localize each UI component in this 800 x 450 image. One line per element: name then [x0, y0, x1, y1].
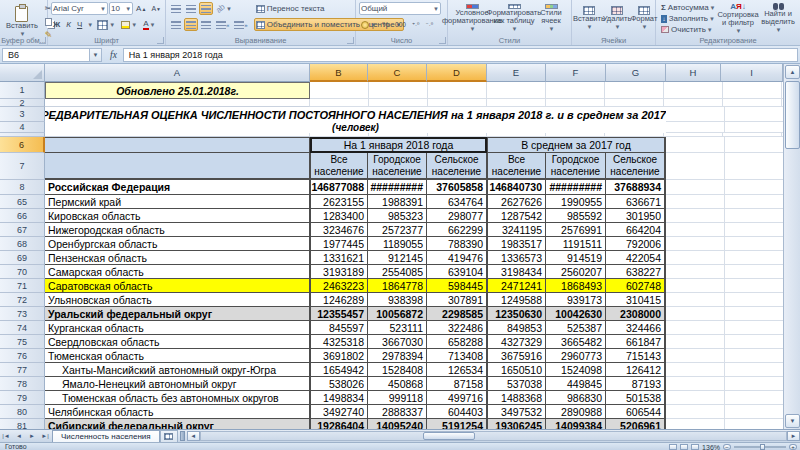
region-name-cell[interactable]: Уральский федеральный округ [45, 307, 310, 321]
insert-function-button[interactable]: fx [110, 50, 117, 60]
row-header[interactable]: 76 [0, 349, 45, 363]
value-cell[interactable]: 598445 [427, 279, 487, 293]
value-cell[interactable]: 37605858 [427, 180, 487, 195]
shrink-font-button[interactable]: A▼ [149, 2, 163, 15]
empty-cells[interactable] [666, 237, 783, 251]
value-cell[interactable]: 1988391 [368, 195, 427, 209]
row-header[interactable]: 75 [0, 335, 45, 349]
value-cell[interactable]: 713408 [427, 349, 487, 363]
value-cell[interactable]: 938398 [368, 293, 427, 307]
delete-cells-button[interactable]: Удалить▼ [603, 2, 631, 35]
value-cell[interactable]: 2978394 [368, 349, 427, 363]
empty-cells[interactable] [666, 335, 783, 349]
region-name-cell[interactable]: Ханты-Мансийский автономный округ-Югра [45, 363, 310, 377]
value-cell[interactable]: 2560207 [546, 265, 606, 279]
region-name-cell[interactable]: Ямало-Ненецкий автономный округ [45, 377, 310, 391]
cell-updated-note[interactable]: Обновлено 25.01.2018г. [45, 82, 310, 99]
value-cell[interactable]: 1331621 [310, 251, 368, 265]
row-header[interactable]: 65 [0, 195, 45, 209]
value-cell[interactable]: 322486 [427, 321, 487, 335]
value-cell[interactable]: 301950 [606, 209, 666, 223]
row-header[interactable]: 66 [0, 209, 45, 223]
value-cell[interactable]: 1249588 [487, 293, 546, 307]
value-cell[interactable]: 37688934 [606, 180, 666, 195]
value-cell[interactable]: 3241195 [487, 223, 546, 237]
column-header-h[interactable]: H [666, 64, 721, 82]
cell-a6[interactable] [45, 137, 310, 153]
value-cell[interactable]: 1246289 [310, 293, 368, 307]
region-name-cell[interactable]: Самарская область [45, 265, 310, 279]
value-cell[interactable]: 2888337 [368, 405, 427, 419]
empty-cells[interactable] [666, 153, 783, 180]
name-box[interactable]: B6 [2, 48, 90, 62]
value-cell[interactable]: 87193 [606, 377, 666, 391]
horizontal-scrollbar[interactable]: ◄ ► [187, 430, 800, 442]
value-cell[interactable]: 939173 [546, 293, 606, 307]
value-cell[interactable]: 2576991 [546, 223, 606, 237]
value-cell[interactable]: ######### [546, 180, 606, 195]
cell-units[interactable]: (человек) [45, 122, 666, 133]
increase-decimal-button[interactable]: ⁺·⁰ [410, 18, 422, 31]
row-header[interactable]: 68 [0, 237, 45, 251]
horizontal-scroll-thumb[interactable] [423, 432, 475, 440]
horizontal-scroll-track[interactable] [200, 431, 787, 441]
value-cell[interactable]: 985323 [368, 209, 427, 223]
value-cell[interactable]: 1864778 [368, 279, 427, 293]
row-header[interactable]: 3 [0, 107, 45, 122]
empty-cells[interactable] [310, 99, 783, 107]
font-color-button[interactable]: А▼ [141, 18, 157, 31]
decrease-decimal-button[interactable]: ⁻·⁰ [424, 18, 436, 31]
value-cell[interactable]: 1868493 [546, 279, 606, 293]
value-cell[interactable]: 3691802 [310, 349, 368, 363]
number-dialog-launcher[interactable] [439, 37, 446, 44]
row-header[interactable]: 7 [0, 153, 45, 180]
region-name-cell[interactable]: Кировская область [45, 209, 310, 223]
value-cell[interactable]: 2298585 [427, 307, 487, 321]
value-cell[interactable]: 1283400 [310, 209, 368, 223]
row-header[interactable]: 67 [0, 223, 45, 237]
italic-button[interactable]: К [64, 18, 73, 31]
region-name-cell[interactable]: Свердловская область [45, 335, 310, 349]
value-cell[interactable]: 19306245 [487, 419, 546, 429]
value-cell[interactable]: 12355457 [310, 307, 368, 321]
align-left-button[interactable] [169, 18, 183, 31]
row-header[interactable]: 69 [0, 251, 45, 265]
value-cell[interactable]: 3675916 [487, 349, 546, 363]
clipboard-dialog-launcher[interactable] [39, 37, 46, 44]
value-cell[interactable]: 602748 [606, 279, 666, 293]
align-center-button[interactable] [184, 18, 198, 31]
subheader-cell[interactable]: Все население [310, 153, 368, 180]
value-cell[interactable]: 2890988 [546, 405, 606, 419]
value-cell[interactable]: 661847 [606, 335, 666, 349]
value-cell[interactable]: 1189055 [368, 237, 427, 251]
value-cell[interactable]: 419476 [427, 251, 487, 265]
empty-cells[interactable] [666, 137, 783, 153]
value-cell[interactable]: 1488368 [487, 391, 546, 405]
select-all-corner[interactable] [0, 64, 45, 82]
value-cell[interactable]: 449845 [546, 377, 606, 391]
cell-e6-merged[interactable]: В среднем за 2017 год [487, 137, 666, 153]
value-cell[interactable]: 146877088 [310, 180, 368, 195]
empty-cells[interactable] [666, 195, 783, 209]
empty-cells[interactable] [666, 363, 783, 377]
font-dialog-launcher[interactable] [157, 37, 164, 44]
value-cell[interactable]: 664204 [606, 223, 666, 237]
value-cell[interactable]: 525387 [546, 321, 606, 335]
zoom-level[interactable]: 136% [702, 444, 720, 450]
row-header[interactable]: 78 [0, 377, 45, 391]
value-cell[interactable]: 658288 [427, 335, 487, 349]
value-cell[interactable]: 849853 [487, 321, 546, 335]
empty-cells[interactable] [666, 419, 783, 429]
bold-button[interactable]: Ж [51, 18, 62, 31]
value-cell[interactable]: ######### [368, 180, 427, 195]
value-cell[interactable]: 634764 [427, 195, 487, 209]
scroll-right-button[interactable]: ► [787, 431, 800, 441]
cell-title[interactable]: ПРЕДВАРИТЕЛЬНАЯ ОЦЕНКА ЧИСЛЕННОСТИ ПОСТО… [45, 107, 666, 122]
clear-button[interactable]: Очистить▼ [659, 24, 717, 35]
zoom-in-button[interactable]: + [789, 444, 797, 450]
region-name-cell[interactable]: Российская Федерация [45, 180, 310, 195]
row-header[interactable]: 4 [0, 122, 45, 133]
value-cell[interactable]: 10056872 [368, 307, 427, 321]
value-cell[interactable]: 14095240 [368, 419, 427, 429]
value-cell[interactable]: 298077 [427, 209, 487, 223]
